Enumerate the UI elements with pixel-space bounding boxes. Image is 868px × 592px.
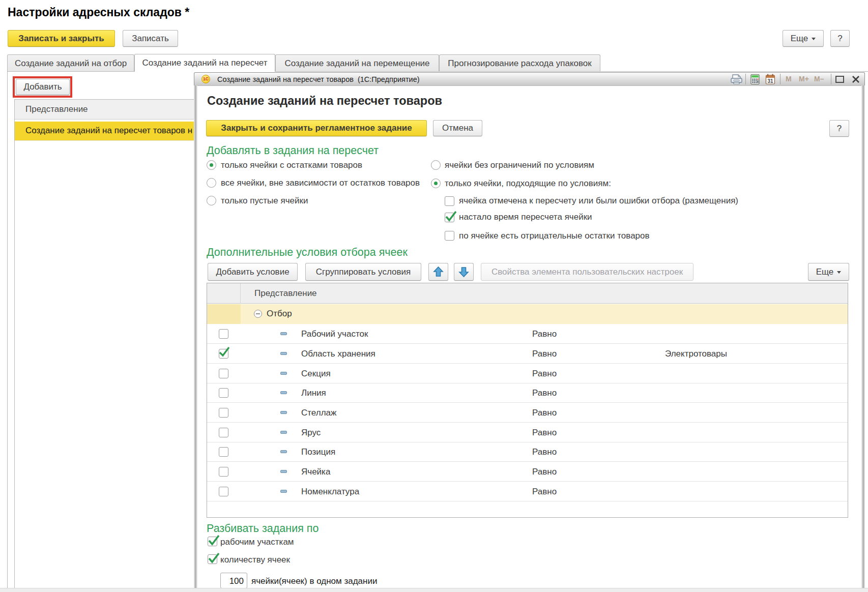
- svg-text:31: 31: [767, 78, 773, 84]
